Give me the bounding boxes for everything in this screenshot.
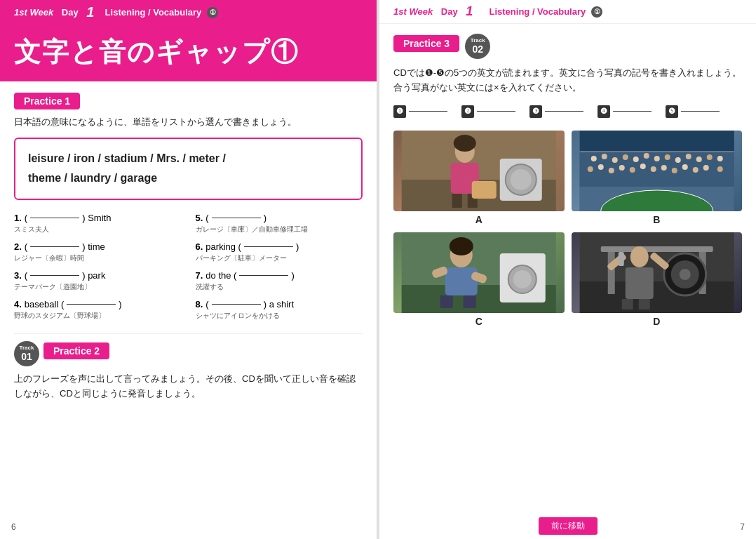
answer-blank-5 [681, 111, 720, 112]
svg-point-36 [671, 168, 677, 173]
answer-blank-3 [545, 111, 583, 112]
practice1-label: Practice 1 [14, 93, 80, 109]
answer-item-2: ❷ [461, 105, 515, 118]
svg-point-33 [640, 164, 645, 169]
svg-point-63 [630, 246, 648, 267]
ex2-blank [30, 246, 79, 247]
ex3-hint: テーマパーク〔遊園地〕 [14, 282, 182, 292]
photo-label-A: A [475, 214, 482, 225]
track-badge-01: Track 01 [14, 341, 39, 366]
answer-item-1: ❶ [393, 105, 447, 118]
practice2-label-row: Track 01 Practice 2 [14, 341, 363, 366]
svg-point-35 [661, 165, 666, 171]
svg-point-29 [598, 164, 603, 170]
answer-blank-2 [477, 111, 515, 112]
svg-point-26 [706, 154, 712, 160]
exercise-5: 5. ( ) ガレージ〔車庫〕／自動車修理工場 [196, 213, 363, 234]
answer-num-1: ❶ [393, 105, 406, 118]
title-section: 文字と音のギャップ① [0, 25, 377, 81]
answer-blank-1 [409, 111, 447, 112]
photo-card-A: A [393, 131, 565, 225]
exercise-3: 3. ( ) park テーマパーク〔遊園地〕 [14, 270, 182, 292]
ex3-num: 3. [14, 270, 22, 281]
nav-button[interactable]: 前に移動 [539, 517, 598, 535]
track-num-01: 01 [21, 352, 32, 362]
svg-point-19 [633, 157, 638, 162]
svg-point-21 [654, 156, 659, 161]
svg-rect-49 [445, 267, 478, 295]
right-header-section: Listening / Vocabulary [490, 6, 586, 17]
ex5-hint: ガレージ〔車庫〕／自動車修理工場 [196, 225, 363, 234]
left-header: 1st Week Day 1 Listening / Vocabulary ① [0, 0, 377, 25]
svg-rect-51 [464, 295, 476, 308]
svg-point-24 [685, 154, 691, 159]
svg-point-16 [601, 154, 607, 159]
svg-point-22 [664, 154, 670, 160]
exercise-7: 7. do the ( ) 洗濯する [196, 270, 363, 292]
ex1-hint: スミス夫人 [14, 225, 182, 234]
svg-point-47 [513, 270, 532, 288]
svg-point-4 [511, 169, 532, 190]
track-badge-02: Track 02 [465, 34, 490, 59]
ex4-num: 4. [14, 299, 22, 310]
ex7-num: 7. [196, 270, 203, 281]
right-header-sep [478, 6, 483, 17]
photo-D [572, 232, 743, 313]
svg-point-62 [679, 269, 690, 280]
header-day-label: Day [62, 7, 79, 18]
svg-point-32 [629, 167, 635, 173]
svg-rect-57 [600, 246, 713, 252]
right-page-content: Practice 3 Track 02 CDでは❶-❺の5つの英文が読まれます。… [379, 24, 756, 539]
photo-B [572, 131, 743, 211]
photo-card-D: D [572, 232, 743, 327]
photos-grid: A [393, 131, 742, 327]
practice2-section: Track 01 Practice 2 上のフレーズを声に出して言ってみましょう… [14, 333, 363, 401]
svg-rect-56 [579, 281, 734, 313]
svg-point-18 [622, 154, 628, 160]
svg-point-52 [450, 237, 473, 255]
answer-num-5: ❺ [666, 105, 678, 118]
ex3-blank [30, 275, 79, 276]
right-header-day-num: 1 [466, 4, 473, 19]
exercise-8: 8. ( ) a shirt シャツにアイロンをかける [196, 299, 363, 321]
svg-point-30 [608, 168, 614, 173]
svg-point-40 [717, 166, 722, 172]
exercise-4: 4. baseball ( ) 野球のスタジアム〔野球場〕 [14, 299, 182, 321]
right-header: 1st Week Day 1 Listening / Vocabulary ① [379, 0, 756, 24]
ex8-pre: ( [205, 299, 208, 310]
answer-row: ❶ ❷ ❸ ❹ ❺ [393, 105, 742, 118]
header-section: Listening / Vocabulary [105, 7, 202, 18]
ex3-pre: ( [25, 270, 27, 281]
right-page: 1st Week Day 1 Listening / Vocabulary ① … [379, 0, 756, 539]
page-title: 文字と音のギャップ① [14, 34, 363, 70]
ex1-pre: ( [25, 213, 27, 223]
photo-card-C: C [393, 232, 565, 327]
ex2-post: ) time [82, 241, 105, 252]
ex3-post: ) park [82, 270, 105, 281]
ex5-blank [212, 218, 261, 218]
answer-num-2: ❷ [461, 105, 474, 118]
ex5-post: ) [264, 213, 266, 223]
photo-A [393, 131, 565, 211]
photo-C [393, 232, 565, 313]
exercise-1: 1. ( ) Smith スミス夫人 [14, 213, 182, 234]
ex4-hint: 野球のスタジアム〔野球場〕 [14, 311, 182, 321]
left-page: 1st Week Day 1 Listening / Vocabulary ① … [0, 0, 377, 539]
ex6-num: 6. [196, 241, 203, 252]
ex7-hint: 洗濯する [196, 282, 363, 292]
photo-card-B: B [572, 131, 743, 225]
practice3-description: CDでは❶-❺の5つの英文が読まれます。英文に合う写真の記号を書き入れましょう。… [393, 66, 742, 95]
svg-rect-7 [452, 194, 462, 208]
ex5-pre: ( [205, 213, 208, 223]
photo-label-C: C [475, 316, 482, 327]
answer-item-3: ❸ [529, 105, 583, 118]
header-week: 1st Week [14, 7, 53, 18]
page-number-right: 7 [740, 522, 745, 532]
svg-rect-69 [618, 252, 623, 266]
svg-point-17 [612, 157, 617, 163]
exercises-grid: 1. ( ) Smith スミス夫人 5. ( ) ガレージ〔車庫〕 [14, 213, 363, 325]
ex8-hint: シャツにアイロンをかける [196, 311, 363, 321]
svg-rect-64 [625, 267, 653, 299]
ex4-blank [67, 304, 116, 305]
ex2-pre: ( [25, 241, 27, 252]
